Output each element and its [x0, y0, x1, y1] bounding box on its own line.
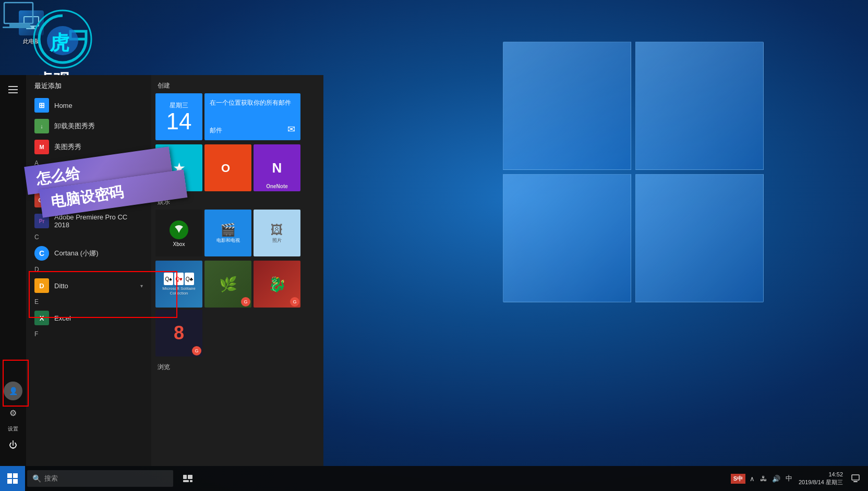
sm-app-list: 最近添加 ⊞ Home ↓ 卸载美图秀秀 M 美图秀秀 A A Access C… — [26, 75, 151, 466]
desktop-icon-label: 此电脑 — [23, 38, 40, 45]
tile-game1[interactable]: 🌿 G — [204, 261, 251, 308]
tile-calendar[interactable]: 星期三 14 — [155, 93, 202, 140]
sm-tiles-panel: 创建 星期三 14 在一个位置获取你的所有邮件 邮件 ✉ ★ — [151, 75, 323, 466]
meitu-icon: M — [34, 140, 49, 154]
xbox-label: Xbox — [173, 241, 185, 247]
svg-rect-18 — [7, 479, 12, 484]
svg-rect-11 — [8, 89, 18, 90]
svg-rect-2 — [26, 28, 37, 29]
sm-hamburger-button[interactable] — [3, 79, 23, 100]
tile-office[interactable]: O — [204, 144, 251, 191]
tiles-browse-label: 浏览 — [155, 361, 319, 375]
task-view-icon — [183, 475, 192, 482]
taskbar-tray: S中 ∧ 🖧 🔊 中 14:52 2019/8/14 星期三 — [731, 468, 868, 489]
meitu-dl-label: 卸载美图秀秀 — [54, 121, 143, 131]
tiles-entertainment-grid: Xbox 🎬 电影和电视 🖼 照片 — [155, 210, 319, 256]
sm-app-premiere[interactable]: Pr Adobe Premiere Pro CC 2018 — [26, 211, 151, 231]
svg-rect-24 — [852, 475, 859, 480]
excel-label: Excel — [54, 314, 143, 322]
tile-asphalt[interactable]: 8 G — [155, 310, 202, 357]
cortana-label: Cortana (小娜) — [54, 249, 143, 258]
desktop-icon-img — [19, 10, 44, 35]
mail-label: 邮件 — [210, 126, 222, 135]
sm-power-button[interactable]: ⏻ — [3, 435, 23, 456]
svg-rect-21 — [188, 475, 192, 479]
tile-solitaire[interactable]: Q♠ Q♥ Q♣ Microsoft Solitaire Collection — [155, 261, 202, 308]
onenote-label: OneNote — [266, 183, 288, 189]
tile-favorites[interactable]: ★ — [155, 144, 202, 191]
svg-rect-17 — [13, 473, 18, 478]
sm-app-meitu-dl[interactable]: ↓ 卸载美图秀秀 — [26, 116, 151, 137]
search-placeholder: 搜索 — [44, 474, 58, 483]
sm-app-adobe-cc[interactable]: Cc Adobe Creative Cloud — [26, 190, 151, 211]
start-button[interactable] — [0, 466, 25, 491]
movies-label: 电影和电视 — [216, 237, 240, 244]
taskbar-clock[interactable]: 14:52 2019/8/14 星期三 — [797, 471, 845, 487]
tile-onenote[interactable]: N OneNote — [254, 144, 300, 191]
svg-rect-25 — [853, 481, 858, 482]
sm-left-bottom: 👤 ⚙ 设置 ⏻ — [3, 382, 23, 462]
action-center-button[interactable] — [847, 468, 864, 489]
access-label: Access — [54, 176, 143, 183]
section-f-label: F — [26, 328, 151, 340]
clock-time: 14:52 — [828, 471, 843, 478]
task-view-button[interactable] — [177, 468, 198, 489]
search-icon: 🔍 — [32, 474, 41, 483]
sogou-ime-tray[interactable]: S中 — [731, 474, 745, 484]
home-icon: ⊞ — [34, 98, 49, 113]
ditto-arrow: ▾ — [140, 283, 143, 289]
tiles-create-label: 创建 — [155, 79, 319, 93]
svg-rect-0 — [24, 17, 39, 26]
cortana-icon: C — [34, 246, 49, 261]
calendar-day-num: 14 — [166, 110, 192, 133]
taskbar-search[interactable]: 🔍 搜索 — [27, 470, 173, 487]
photos-label: 照片 — [272, 237, 282, 244]
sm-settings-label: 设置 — [8, 425, 18, 433]
premiere-label: Adobe Premiere Pro CC 2018 — [54, 213, 143, 229]
solitaire-label: Microsoft Solitaire Collection — [158, 286, 200, 296]
clock-date: 2019/8/14 星期三 — [799, 478, 843, 486]
ditto-icon: D — [34, 278, 49, 293]
input-method-icon[interactable]: 中 — [783, 474, 794, 483]
network-icon[interactable]: 🖧 — [758, 475, 769, 483]
win-logo-decoration — [503, 42, 764, 302]
sm-user-icon[interactable]: 👤 — [4, 382, 22, 400]
section-d-label: D — [26, 264, 151, 275]
svg-text:O: O — [221, 162, 230, 175]
mail-title: 在一个位置获取你的所有邮件 — [210, 99, 291, 107]
tiles-games-grid: Q♠ Q♥ Q♣ Microsoft Solitaire Collection … — [155, 261, 319, 357]
sm-settings-area: ⚙ 设置 — [3, 402, 23, 433]
svg-rect-19 — [13, 479, 18, 484]
tile-game2[interactable]: 🐉 G — [254, 261, 300, 308]
tile-movies[interactable]: 🎬 电影和电视 — [204, 210, 251, 256]
sm-app-access[interactable]: A Access — [26, 169, 151, 190]
section-e-label: E — [26, 296, 151, 308]
svg-rect-10 — [8, 86, 18, 87]
svg-rect-1 — [28, 26, 34, 28]
adobe-cc-icon: Cc — [34, 193, 49, 207]
ditto-label: Ditto — [54, 282, 140, 290]
sm-app-home[interactable]: ⊞ Home — [26, 95, 151, 116]
user-char: 👤 — [9, 387, 18, 395]
speaker-icon[interactable]: 🔊 — [770, 475, 782, 483]
tiles-create-grid: 星期三 14 在一个位置获取你的所有邮件 邮件 ✉ — [155, 93, 319, 140]
taskbar-apps — [177, 468, 198, 489]
windows-logo-icon — [7, 473, 18, 484]
premiere-icon: Pr — [34, 214, 49, 228]
sm-recent-header: 最近添加 — [26, 75, 151, 95]
sm-settings-button[interactable]: ⚙ — [3, 402, 23, 423]
sm-app-cortana[interactable]: C Cortana (小娜) — [26, 243, 151, 264]
tile-xbox[interactable]: Xbox — [155, 210, 202, 256]
sm-app-meitu[interactable]: M 美图秀秀 — [26, 137, 151, 157]
tile-photos[interactable]: 🖼 照片 — [254, 210, 300, 256]
home-label: Home — [54, 102, 143, 109]
section-a-label: A — [26, 157, 151, 169]
tile-mail[interactable]: 在一个位置获取你的所有邮件 邮件 ✉ — [204, 93, 300, 140]
excel-icon: X — [34, 311, 49, 325]
sm-app-excel[interactable]: X Excel — [26, 308, 151, 328]
sogou-ime-label: S中 — [733, 475, 743, 482]
sm-app-ditto[interactable]: D Ditto ▾ — [26, 275, 151, 296]
chevron-up-icon[interactable]: ∧ — [748, 475, 757, 483]
adobe-cc-label: Adobe Creative Cloud — [54, 197, 143, 204]
desktop-icon-this-pc[interactable]: 此电脑 — [10, 10, 52, 45]
